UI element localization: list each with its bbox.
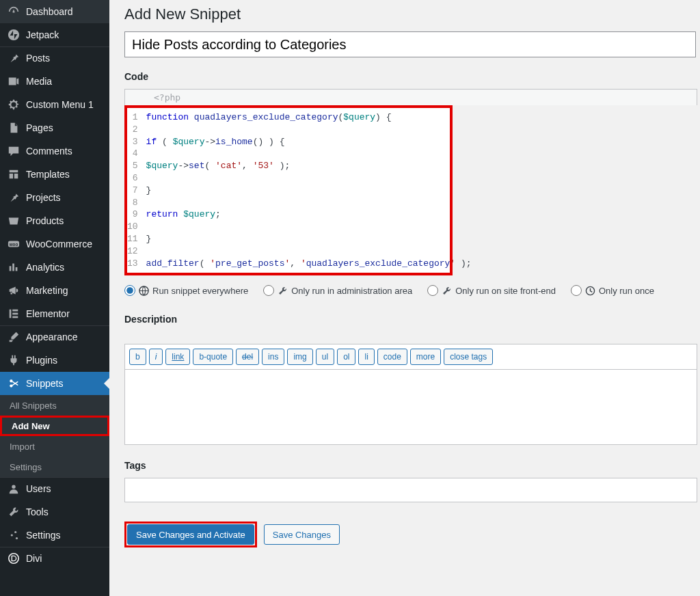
sidebar-item-label: Snippets [26,378,63,389]
scope-once[interactable]: Only run once [571,285,654,296]
sidebar-item-users[interactable]: Users [0,477,109,500]
save-button[interactable]: Save Changes [264,524,340,545]
snippet-title-input[interactable] [124,31,696,57]
admin-sidebar: DashboardJetpackPostsMediaCustom Menu 1P… [0,0,109,596]
qt-btn-del[interactable]: del [236,349,259,365]
qt-btn-ul[interactable]: ul [316,349,334,365]
sidebar-item-templates[interactable]: Templates [0,163,109,186]
qt-btn-b-quote[interactable]: b-quote [193,349,233,365]
scope-admin[interactable]: Only run in administration area [263,285,412,296]
qt-btn-more[interactable]: more [410,349,441,365]
sidebar-item-woocommerce[interactable]: WooCommerce [0,232,109,256]
plug-icon [7,354,21,366]
sidebar-item-plugins[interactable]: Plugins [0,349,109,372]
sidebar-item-label: Comments [26,146,72,157]
sidebar-item-label: Elementor [26,308,70,319]
scope-everywhere[interactable]: Run snippet everywhere [124,285,248,296]
qt-btn-ol[interactable]: ol [337,349,355,365]
sidebar-item-label: Dashboard [26,6,73,17]
sidebar-item-pages[interactable]: Pages [0,116,109,139]
wrench-icon [7,506,21,518]
save-activate-button[interactable]: Save Changes and Activate [127,524,254,545]
sidebar-item-posts[interactable]: Posts [0,46,109,70]
sidebar-item-marketing[interactable]: Marketing [0,279,109,302]
description-section-label: Description [124,314,700,325]
sidebar-item-label: Jetpack [26,29,59,40]
product-icon [7,215,21,227]
sidebar-item-label: Analytics [26,262,64,273]
sidebar-item-appearance[interactable]: Appearance [0,325,109,349]
sidebar-item-label: Custom Menu 1 [26,99,94,110]
megaphone-icon [7,284,21,297]
sidebar-item-tools[interactable]: Tools [0,500,109,524]
qt-btn-ins[interactable]: ins [262,349,284,365]
sidebar-item-label: Settings [26,530,61,541]
user-icon [7,483,21,495]
qt-btn-b[interactable]: b [129,349,146,365]
sidebar-sub-import[interactable]: Import [0,436,109,457]
sidebar-item-comments[interactable]: Comments [0,139,109,163]
sidebar-item-label: Plugins [26,355,57,366]
pin-icon [7,191,21,204]
sidebar-item-custom-menu-1[interactable]: Custom Menu 1 [0,93,109,116]
sidebar-item-label: WooCommerce [26,239,92,249]
sidebar-item-elementor[interactable]: Elementor [0,302,109,325]
sidebar-item-label: Templates [26,169,70,180]
code-editor[interactable]: 12345678910111213 function quadlayers_ex… [127,108,450,273]
templates-icon [7,168,21,180]
main-content: Add New Snippet Code <?php 1234567891011… [109,0,700,596]
scope-once-radio[interactable] [571,285,582,296]
gear-icon [7,98,21,111]
sidebar-item-media[interactable]: Media [0,70,109,93]
comment-icon [7,145,21,157]
sidebar-item-settings[interactable]: Settings [0,524,109,547]
sidebar-item-products[interactable]: Products [0,209,109,232]
media-icon [7,75,21,87]
save-button-row: Save Changes and Activate Save Changes [124,522,700,547]
pin-icon [7,52,21,64]
qt-btn-i[interactable]: i [149,349,163,365]
sidebar-item-label: Projects [26,192,61,203]
scope-everywhere-label: Run snippet everywhere [152,286,248,296]
scope-front[interactable]: Only run on site front-end [427,285,556,296]
sidebar-sub-all-snippets[interactable]: All Snippets [0,395,109,416]
sidebar-sub-settings[interactable]: Settings [0,457,109,477]
scope-admin-radio[interactable] [263,285,274,296]
clock-icon [585,285,595,296]
sidebar-item-label: Pages [26,122,53,133]
tags-section-label: Tags [124,460,700,471]
sidebar-item-label: Media [26,76,52,87]
elementor-icon [7,308,21,320]
divi-icon [7,552,21,565]
sliders-icon [7,529,21,541]
brush-icon [7,331,21,343]
sidebar-item-label: Posts [26,53,50,64]
scope-everywhere-radio[interactable] [124,285,135,296]
description-textarea[interactable] [124,370,697,445]
code-highlight-box: 12345678910111213 function quadlayers_ex… [124,105,453,275]
sidebar-item-label: Divi [26,553,42,564]
qt-btn-link[interactable]: link [165,349,190,365]
tags-input[interactable] [124,478,697,502]
qt-btn-li[interactable]: li [358,349,374,365]
qt-btn-close-tags[interactable]: close tags [444,349,493,365]
code-editor-container: <?php 12345678910111213 function quadlay… [124,89,697,275]
jetpack-icon [7,29,21,41]
sidebar-sub-add-new[interactable]: Add New [0,416,109,436]
globe-icon [139,285,149,296]
sidebar-item-snippets[interactable]: Snippets [0,372,109,395]
sidebar-item-projects[interactable]: Projects [0,186,109,209]
sidebar-item-dashboard[interactable]: Dashboard [0,0,109,23]
scope-once-label: Only run once [599,286,654,296]
quicktags-toolbar: bilinkb-quotedelinsimgulollicodemoreclos… [124,344,697,370]
sidebar-item-jetpack[interactable]: Jetpack [0,23,109,46]
sidebar-item-label: Marketing [26,285,68,296]
sidebar-item-divi[interactable]: Divi [0,547,109,570]
qt-btn-code[interactable]: code [377,349,407,365]
qt-btn-img[interactable]: img [287,349,312,365]
gauge-icon [7,5,21,18]
bars-icon [7,261,21,273]
sidebar-item-analytics[interactable]: Analytics [0,256,109,279]
scope-front-radio[interactable] [427,285,438,296]
code-gutter: 12345678910111213 [127,111,142,269]
